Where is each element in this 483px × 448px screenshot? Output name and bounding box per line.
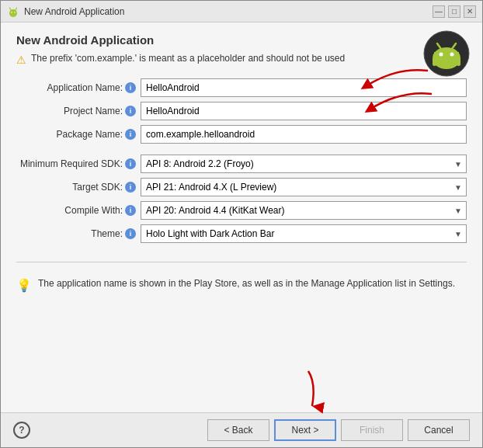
minimize-button[interactable]: — [433, 5, 445, 18]
svg-point-3 [14, 12, 16, 13]
svg-line-4 [10, 8, 12, 10]
title-bar-left: New Android Application [7, 5, 124, 18]
theme-row: Theme: i Holo Light with Dark Action Bar… [16, 224, 467, 243]
app-name-label: Application Name: i [16, 82, 141, 93]
sdk-section: Minimum Required SDK: i API 8: Android 2… [16, 155, 467, 243]
theme-label: Theme: i [16, 228, 141, 239]
svg-point-2 [11, 12, 12, 13]
title-bar: New Android Application — □ ✕ [1, 1, 482, 23]
window-icon [7, 5, 19, 18]
title-bar-controls: — □ ✕ [433, 5, 476, 18]
svg-point-9 [440, 53, 443, 57]
new-android-application-window: New Android Application — □ ✕ New Androi… [0, 0, 483, 448]
app-name-info-icon[interactable]: i [125, 82, 136, 93]
bottom-buttons: < Back Next > Finish Cancel [207, 419, 470, 441]
bulb-icon: 💡 [16, 278, 32, 293]
target-sdk-select[interactable]: API 21: Android 4.X (L Preview) [141, 178, 467, 196]
target-sdk-row: Target SDK: i API 21: Android 4.X (L Pre… [16, 178, 467, 196]
project-name-info-icon[interactable]: i [125, 106, 136, 116]
finish-button[interactable]: Finish [341, 419, 403, 441]
warning-text: The prefix 'com.example.' is meant as a … [31, 53, 345, 64]
compile-with-label: Compile With: i [16, 205, 141, 216]
svg-rect-8 [434, 52, 459, 64]
project-name-label: Project Name: i [16, 106, 141, 116]
theme-select[interactable]: Holo Light with Dark Action Bar [141, 224, 467, 243]
target-sdk-label: Target SDK: i [16, 182, 141, 193]
bottom-bar: ? < Back Next > Finish Cancel [1, 412, 482, 447]
svg-rect-13 [433, 57, 436, 66]
app-name-input[interactable] [141, 78, 467, 97]
dialog-content: New Android Application ⚠ The prefix 'co… [1, 23, 482, 412]
page-title: New Android Application [16, 33, 467, 47]
min-sdk-row: Minimum Required SDK: i API 8: Android 2… [16, 155, 467, 173]
package-name-info-icon[interactable]: i [125, 129, 136, 140]
compile-with-select[interactable]: API 20: Android 4.4 (KitKat Wear) [141, 201, 467, 220]
app-name-row: Application Name: i [16, 78, 467, 97]
divider [16, 262, 467, 262]
info-row: 💡 The application name is shown in the P… [16, 270, 467, 299]
cancel-button[interactable]: Cancel [408, 419, 470, 441]
compile-with-row: Compile With: i API 20: Android 4.4 (Kit… [16, 201, 467, 220]
maximize-button[interactable]: □ [448, 5, 460, 18]
window-title: New Android Application [24, 6, 124, 17]
svg-line-5 [16, 8, 17, 10]
warning-row: ⚠ The prefix 'com.example.' is meant as … [16, 53, 467, 66]
info-text: The application name is shown in the Pla… [38, 276, 455, 290]
package-name-row: Package Name: i [16, 125, 467, 144]
bottom-left: ? [13, 422, 30, 439]
android-logo [423, 30, 470, 77]
compile-with-wrapper: API 20: Android 4.4 (KitKat Wear) ▼ [141, 201, 467, 220]
compile-with-info-icon[interactable]: i [125, 205, 136, 216]
back-button[interactable]: < Back [207, 419, 269, 441]
min-sdk-info-icon[interactable]: i [125, 158, 136, 169]
help-button[interactable]: ? [13, 422, 30, 439]
min-sdk-label: Minimum Required SDK: i [16, 158, 141, 169]
close-button[interactable]: ✕ [464, 5, 476, 18]
next-button[interactable]: Next > [274, 419, 336, 441]
target-sdk-wrapper: API 21: Android 4.X (L Preview) ▼ [141, 178, 467, 196]
target-sdk-info-icon[interactable]: i [125, 182, 136, 193]
svg-point-10 [450, 53, 454, 57]
min-sdk-select[interactable]: API 8: Android 2.2 (Froyo) [141, 155, 467, 173]
theme-wrapper: Holo Light with Dark Action Bar ▼ [141, 224, 467, 243]
package-name-label: Package Name: i [16, 129, 141, 140]
min-sdk-wrapper: API 8: Android 2.2 (Froyo) ▼ [141, 155, 467, 173]
warning-icon: ⚠ [16, 54, 26, 66]
package-name-input[interactable] [141, 125, 467, 144]
form-section: Application Name: i Project Name: i Pack… [16, 78, 467, 144]
theme-info-icon[interactable]: i [125, 228, 136, 239]
project-name-input[interactable] [141, 102, 467, 120]
project-name-row: Project Name: i [16, 102, 467, 120]
svg-rect-14 [457, 57, 460, 66]
